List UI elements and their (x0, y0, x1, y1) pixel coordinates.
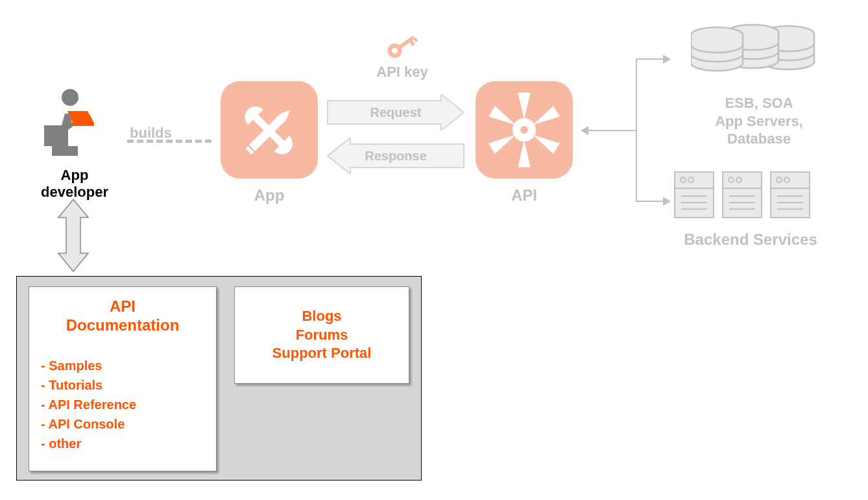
svg-point-0 (62, 89, 78, 106)
connector-branch-top (636, 58, 664, 60)
svg-point-20 (681, 177, 686, 182)
community-line: Blogs (272, 307, 372, 326)
connector-vertical (636, 58, 637, 201)
svg-point-34 (777, 177, 782, 182)
svg-point-21 (688, 177, 693, 182)
docs-item: - API Reference (41, 395, 204, 414)
response-arrow: Response (324, 138, 467, 174)
docs-item: - Tutorials (41, 375, 204, 395)
community-line: Support Portal (272, 344, 372, 363)
svg-marker-39 (58, 199, 88, 271)
developer: App developer (26, 88, 123, 201)
connector-api-right (586, 130, 636, 131)
server-icons (671, 169, 814, 221)
api-key: API key (350, 32, 454, 81)
backend-label: Backend Services (660, 231, 841, 249)
api-label: API (472, 186, 576, 205)
builds-dash (127, 140, 211, 143)
community-box: Blogs Forums Support Portal (234, 286, 409, 384)
api-key-label: API key (350, 64, 454, 81)
connector-branch-bottom (636, 201, 664, 202)
app-tools-icon (221, 81, 318, 179)
svg-rect-1 (70, 123, 94, 126)
docs-container: API Documentation - Samples - Tutorials … (16, 276, 422, 481)
docs-items: - Samples - Tutorials - API Reference - … (41, 356, 204, 453)
database-label: ESB, SOA App Servers, Database (684, 94, 834, 148)
response-label: Response (365, 149, 427, 164)
docs-title: API Documentation (41, 297, 204, 335)
docs-item: - Samples (41, 356, 204, 375)
svg-point-14 (520, 126, 528, 134)
api-documentation-box: API Documentation - Samples - Tutorials … (29, 286, 217, 471)
api: API (472, 81, 576, 205)
docs-item: - other (41, 434, 204, 453)
developer-icon (39, 88, 110, 159)
svg-point-28 (736, 177, 741, 182)
arrowhead-branch-bottom (663, 197, 671, 206)
request-arrow: Request (324, 94, 467, 131)
bidirectional-arrow (57, 198, 90, 273)
api-gear-icon (476, 81, 573, 179)
arrowhead-into-api (581, 126, 588, 135)
svg-point-27 (729, 177, 734, 182)
docs-item: - API Console (41, 414, 204, 434)
community-lines: Blogs Forums Support Portal (272, 307, 372, 363)
app-label: App (217, 186, 321, 205)
request-label: Request (370, 105, 422, 120)
developer-label: App developer (26, 167, 123, 201)
key-icon (383, 32, 422, 58)
svg-point-35 (784, 177, 790, 182)
arrowhead-branch-top (663, 55, 671, 64)
database-icons (691, 19, 821, 71)
app: App (217, 81, 321, 205)
community-line: Forums (272, 326, 372, 345)
